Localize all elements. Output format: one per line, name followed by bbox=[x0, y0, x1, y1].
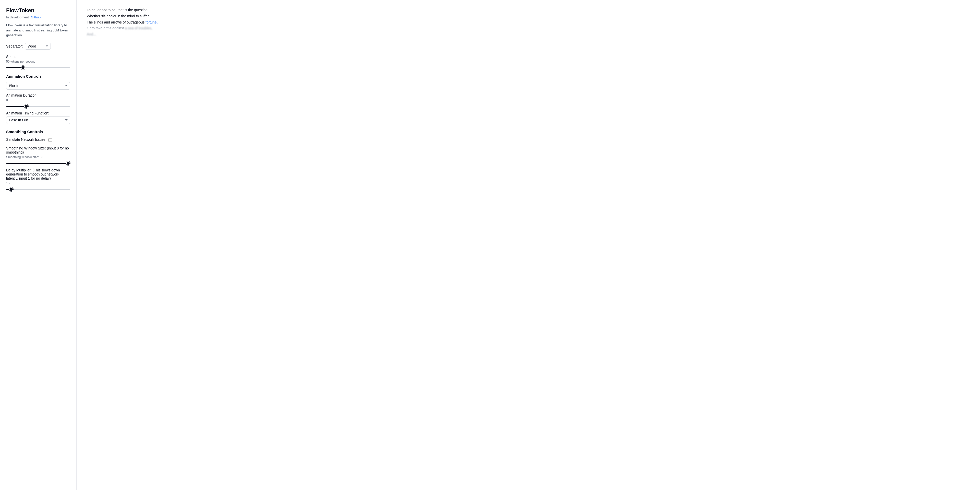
smoothing-window-row: Smoothing Window Size: (input 0 for no s… bbox=[6, 146, 70, 164]
animation-timing-select[interactable]: Ease In Out Ease In Ease Out Linear Boun… bbox=[6, 116, 70, 124]
text-line-4: Or to take arms against a sea of trouble… bbox=[87, 25, 240, 32]
smoothing-window-label: Smoothing Window Size: (input 0 for no s… bbox=[6, 146, 70, 154]
animation-controls-heading: Animation Controls bbox=[6, 74, 70, 78]
text-line-2: Whether 'tis nobler in the mind to suffe… bbox=[87, 13, 240, 19]
network-issues-checkbox[interactable] bbox=[48, 138, 52, 142]
animation-timing-row: Animation Timing Function: Ease In Out E… bbox=[6, 111, 70, 124]
speed-slider[interactable] bbox=[6, 67, 70, 68]
separator-label: Separator: bbox=[6, 44, 23, 48]
dev-status-label: In development bbox=[6, 15, 29, 19]
delay-multiplier-value: 1.2 bbox=[6, 181, 70, 185]
app-title: FlowToken bbox=[6, 7, 70, 14]
speed-section: Speed: 50 tokens per second bbox=[6, 55, 70, 69]
network-issues-label: Simulate Network Issues: bbox=[6, 137, 46, 142]
animation-duration-row: Animation Duration: 0.6 bbox=[6, 93, 70, 107]
speed-sub-label: 50 tokens per second bbox=[6, 60, 70, 63]
github-link[interactable]: Github bbox=[31, 15, 41, 19]
sidebar: FlowToken In development Github FlowToke… bbox=[0, 0, 76, 490]
animation-type-select[interactable]: Blur In Fade In Slide In Bounce In None bbox=[6, 82, 70, 90]
animation-duration-label: Animation Duration: bbox=[6, 93, 70, 97]
app-description: FlowToken is a text visualization librar… bbox=[6, 23, 70, 38]
text-line-3-highlight: fortune, bbox=[145, 20, 158, 24]
delay-multiplier-label: Delay Multiplier: (This slows down gener… bbox=[6, 168, 70, 180]
animation-controls: Animation Controls Blur In Fade In Slide… bbox=[6, 74, 70, 128]
speed-label: Speed: bbox=[6, 55, 70, 59]
animation-duration-value: 0.6 bbox=[6, 98, 70, 102]
smoothing-controls-heading: Smoothing Controls bbox=[6, 129, 70, 134]
delay-multiplier-row: Delay Multiplier: (This slows down gener… bbox=[6, 168, 70, 191]
delay-multiplier-slider[interactable] bbox=[6, 189, 70, 190]
smoothing-window-sub-label: Smoothing window size: 30 bbox=[6, 155, 70, 159]
animation-timing-label: Animation Timing Function: bbox=[6, 111, 70, 115]
dev-status-row: In development Github bbox=[6, 15, 70, 19]
text-display: To be, or not to be, that is the questio… bbox=[87, 7, 240, 38]
text-line-3: The slings and arrows of outrageous fort… bbox=[87, 19, 240, 26]
main-content: To be, or not to be, that is the questio… bbox=[76, 0, 980, 490]
animation-type-row: Blur In Fade In Slide In Bounce In None bbox=[6, 82, 70, 90]
separator-row: Separator: Word Character Sentence bbox=[6, 43, 70, 49]
text-line-4-blurred: a sea of troubles, bbox=[125, 26, 152, 30]
smoothing-window-slider[interactable] bbox=[6, 163, 70, 164]
text-line-1: To be, or not to be, that is the questio… bbox=[87, 7, 240, 13]
text-line-5: And... bbox=[87, 32, 240, 38]
smoothing-controls: Smoothing Controls Simulate Network Issu… bbox=[6, 129, 70, 194]
network-issues-row: Simulate Network Issues: bbox=[6, 137, 70, 142]
separator-select[interactable]: Word Character Sentence bbox=[25, 43, 51, 49]
animation-duration-slider[interactable] bbox=[6, 106, 70, 107]
text-line-4-start: Or to take arms against bbox=[87, 26, 125, 30]
text-line-3-start: The slings and arrows of outrageous bbox=[87, 20, 145, 24]
